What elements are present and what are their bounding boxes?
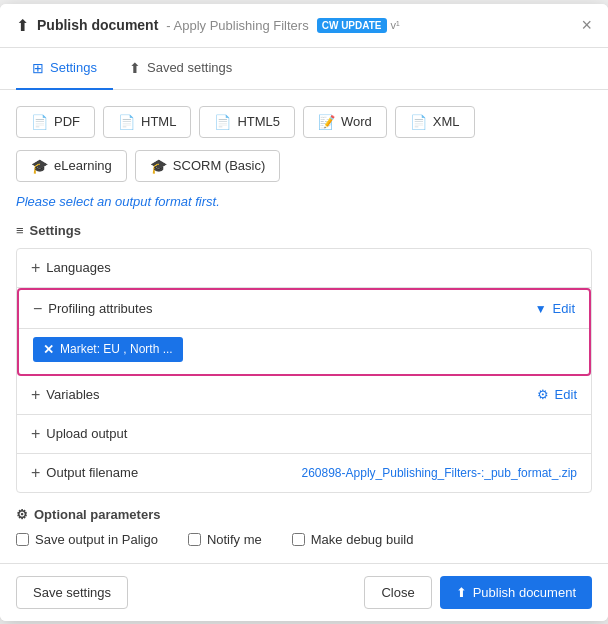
format-elearning-label: eLearning — [54, 158, 112, 173]
debug-checkbox-item[interactable]: Make debug build — [292, 532, 414, 547]
market-tag: ✕ Market: EU , North ... — [33, 337, 183, 362]
optional-label: Optional parameters — [34, 507, 160, 522]
profiling-expand-icon: − — [33, 300, 42, 318]
upload-label: + Upload output — [31, 425, 577, 443]
upload-row[interactable]: + Upload output — [17, 415, 591, 454]
settings-list: + Languages − Profiling attributes ▼ Edi… — [16, 248, 592, 493]
format-pdf-button[interactable]: 📄 PDF — [16, 106, 95, 138]
format-xml-button[interactable]: 📄 XML — [395, 106, 475, 138]
html-icon: 📄 — [118, 114, 135, 130]
format-html-label: HTML — [141, 114, 176, 129]
tab-settings-label: Settings — [50, 60, 97, 75]
filter-icon: ▼ — [535, 302, 547, 316]
upload-text: Upload output — [46, 426, 127, 441]
debug-label: Make debug build — [311, 532, 414, 547]
publish-icon: ⬆ — [456, 585, 467, 600]
languages-expand-icon: + — [31, 259, 40, 277]
close-button[interactable]: Close — [364, 576, 431, 609]
html5-icon: 📄 — [214, 114, 231, 130]
optional-section-header: ⚙ Optional parameters — [16, 507, 592, 522]
notify-label: Notify me — [207, 532, 262, 547]
upload-expand-icon: + — [31, 425, 40, 443]
profiling-row[interactable]: − Profiling attributes ▼ Edit — [19, 290, 589, 329]
format-scorm-button[interactable]: 🎓 SCORM (Basic) — [135, 150, 280, 182]
tab-bar: ⊞ Settings ⬆ Saved settings — [0, 48, 608, 90]
optional-section: ⚙ Optional parameters Save output in Pal… — [16, 507, 592, 547]
modal-title: Publish document — [37, 17, 158, 33]
variables-label: + Variables — [31, 386, 537, 404]
content-area: 📄 PDF 📄 HTML 📄 HTML5 📝 Word 📄 XML — [0, 90, 608, 563]
format-html5-button[interactable]: 📄 HTML5 — [199, 106, 295, 138]
tag-close-icon[interactable]: ✕ — [43, 342, 54, 357]
footer-right-actions: Close ⬆ Publish document — [364, 576, 592, 609]
word-icon: 📝 — [318, 114, 335, 130]
publish-document-modal: ⬆ Publish document - Apply Publishing Fi… — [0, 4, 608, 621]
filename-row[interactable]: + Output filename 260898-Apply_Publishin… — [17, 454, 591, 492]
gear-icon: ⚙ — [16, 507, 28, 522]
settings-list-icon: ≡ — [16, 223, 24, 238]
settings-section-label: Settings — [30, 223, 81, 238]
modal-body: ⊞ Settings ⬆ Saved settings 📄 PDF 📄 HTML — [0, 48, 608, 563]
save-output-checkbox[interactable] — [16, 533, 29, 546]
variables-edit-link[interactable]: Edit — [555, 387, 577, 402]
format-xml-label: XML — [433, 114, 460, 129]
profiling-section: − Profiling attributes ▼ Edit ✕ Market: … — [17, 288, 591, 376]
format-word-button[interactable]: 📝 Word — [303, 106, 387, 138]
xml-icon: 📄 — [410, 114, 427, 130]
modal-header: ⬆ Publish document - Apply Publishing Fi… — [0, 4, 608, 48]
save-output-label: Save output in Paligo — [35, 532, 158, 547]
tag-label: Market: EU , North ... — [60, 342, 173, 356]
save-settings-button[interactable]: Save settings — [16, 576, 128, 609]
variables-expand-icon: + — [31, 386, 40, 404]
profiling-text: Profiling attributes — [48, 301, 152, 316]
saved-tab-icon: ⬆ — [129, 60, 141, 76]
profiling-label: − Profiling attributes — [33, 300, 535, 318]
debug-checkbox[interactable] — [292, 533, 305, 546]
filename-label: + Output filename — [31, 464, 302, 482]
languages-label: + Languages — [31, 259, 577, 277]
filename-expand-icon: + — [31, 464, 40, 482]
format-buttons-group: 📄 PDF 📄 HTML 📄 HTML5 📝 Word 📄 XML — [16, 106, 592, 138]
profiling-tags: ✕ Market: EU , North ... — [19, 329, 589, 374]
format-notice: Please select an output format first. — [16, 194, 592, 209]
modal-subtitle: - Apply Publishing Filters — [166, 18, 308, 33]
format-buttons-row2: 🎓 eLearning 🎓 SCORM (Basic) — [16, 150, 592, 182]
publish-document-button[interactable]: ⬆ Publish document — [440, 576, 592, 609]
notify-checkbox-item[interactable]: Notify me — [188, 532, 262, 547]
upload-icon: ⬆ — [16, 16, 29, 35]
notify-checkbox[interactable] — [188, 533, 201, 546]
languages-text: Languages — [46, 260, 110, 275]
variables-row[interactable]: + Variables ⚙ Edit — [17, 376, 591, 415]
settings-tab-icon: ⊞ — [32, 60, 44, 76]
languages-row[interactable]: + Languages — [17, 249, 591, 288]
format-html5-label: HTML5 — [237, 114, 280, 129]
elearning-icon: 🎓 — [31, 158, 48, 174]
close-icon[interactable]: × — [581, 16, 592, 34]
profiling-edit-link[interactable]: Edit — [553, 301, 575, 316]
format-pdf-label: PDF — [54, 114, 80, 129]
scorm-icon: 🎓 — [150, 158, 167, 174]
profiling-actions: ▼ Edit — [535, 301, 575, 316]
variables-gear-icon: ⚙ — [537, 387, 549, 402]
format-scorm-label: SCORM (Basic) — [173, 158, 265, 173]
filename-text: Output filename — [46, 465, 138, 480]
variables-actions: ⚙ Edit — [537, 387, 577, 402]
version-badge: v¹ — [391, 19, 400, 31]
format-word-label: Word — [341, 114, 372, 129]
format-html-button[interactable]: 📄 HTML — [103, 106, 191, 138]
checkboxes-row: Save output in Paligo Notify me Make deb… — [16, 532, 592, 547]
pdf-icon: 📄 — [31, 114, 48, 130]
filename-value: 260898-Apply_Publishing_Filters-:_pub_fo… — [302, 466, 578, 480]
tab-saved-settings[interactable]: ⬆ Saved settings — [113, 48, 248, 90]
cw-update-badge: CW UPDATE — [317, 18, 387, 33]
format-elearning-button[interactable]: 🎓 eLearning — [16, 150, 127, 182]
tab-saved-label: Saved settings — [147, 60, 232, 75]
publish-label: Publish document — [473, 585, 576, 600]
settings-section-header: ≡ Settings — [16, 223, 592, 238]
tab-settings[interactable]: ⊞ Settings — [16, 48, 113, 90]
save-output-checkbox-item[interactable]: Save output in Paligo — [16, 532, 158, 547]
modal-footer: Save settings Close ⬆ Publish document — [0, 563, 608, 621]
variables-text: Variables — [46, 387, 99, 402]
